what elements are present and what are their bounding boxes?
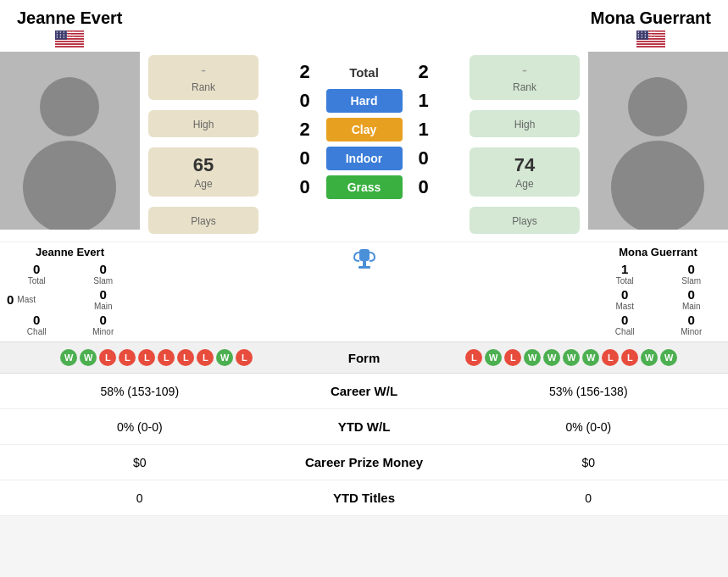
left-chall-stat: 0 Chall (7, 313, 67, 336)
left-chall-val: 0 (33, 313, 40, 327)
form-badge-l: L (621, 349, 638, 366)
left-slam-val: 0 (100, 262, 107, 276)
right-mast-stat: 0 Mast (595, 287, 655, 311)
right-player-stats: Mona Guerrant 1 Total 0 Slam 0 Mast 0 Ma… (588, 242, 728, 341)
form-badge-l: L (236, 349, 253, 366)
left-slam-label: Slam (93, 276, 113, 286)
left-stats-cards: - Rank High 65 Age Plays (140, 52, 267, 237)
form-badge-w: W (80, 349, 97, 366)
svg-point-35 (40, 77, 99, 136)
svg-rect-9 (55, 42, 84, 44)
form-badge-l: L (197, 349, 214, 366)
right-career-wl: 53% (156-138) (449, 385, 729, 398)
left-minor-val: 0 (100, 313, 107, 327)
right-ytd-wl: 0% (0-0) (449, 420, 729, 434)
grass-badge: Grass (326, 175, 403, 199)
form-badge-w: W (563, 349, 580, 366)
svg-rect-11 (55, 45, 84, 47)
form-badge-l: L (602, 349, 619, 366)
right-player-photo (588, 52, 728, 230)
ytd-wl-row: 0% (0-0) YTD W/L 0% (0-0) (0, 409, 728, 445)
clay-score-row: 2 Clay 1 (267, 118, 461, 141)
right-slam-stat: 0 Slam (662, 262, 722, 286)
left-mast-label: Mast (17, 295, 36, 304)
left-main-stat: 0 Main (74, 287, 134, 311)
right-slam-label: Slam (681, 276, 701, 286)
right-main-val: 0 (688, 287, 695, 302)
left-grass-score: 0 (292, 176, 318, 198)
form-badge-w: W (660, 349, 677, 366)
indoor-score-row: 0 Indoor 0 (267, 147, 461, 170)
right-total-stat: 1 Total (595, 262, 655, 286)
left-rank-label: Rank (157, 81, 250, 93)
form-badge-l: L (177, 349, 194, 366)
prize-row: $0 Career Prize Money $0 (0, 445, 728, 480)
left-minor-stat: 0 Minor (74, 313, 134, 336)
right-form: LWLWWWWLLWW (415, 349, 729, 366)
right-main-stat: 0 Main (662, 287, 722, 311)
left-age-value: 65 (157, 154, 250, 176)
left-form: WWLLLLLLWL (0, 349, 314, 366)
right-name-label: Mona Guerrant (619, 246, 697, 258)
right-plays-label: Plays (478, 215, 571, 227)
right-minor-val: 0 (688, 313, 695, 327)
total-score-row: 2 Total 2 (267, 60, 461, 84)
left-career-wl: 58% (153-109) (0, 385, 280, 398)
svg-rect-27 (636, 43, 665, 45)
right-prize: $0 (449, 456, 729, 469)
form-badge-w: W (60, 349, 77, 366)
form-badge-l: L (504, 349, 521, 366)
form-badge-w: W (216, 349, 233, 366)
left-age-label: Age (157, 178, 250, 190)
left-main-label: Main (94, 302, 113, 311)
svg-rect-41 (363, 261, 366, 266)
ytd-titles-label: YTD Titles (280, 491, 449, 505)
left-name-label: Jeanne Evert (36, 246, 104, 258)
left-player-stats: Jeanne Evert 0 Total 0 Slam 0 Mast 0 Mai… (0, 242, 140, 341)
ytd-titles-row: 0 YTD Titles 0 (0, 480, 728, 516)
right-age-card: 74 Age (470, 147, 580, 197)
left-total-val: 0 (33, 262, 40, 276)
right-avatar-svg (588, 52, 728, 230)
right-rank-label: Rank (478, 81, 571, 93)
form-badge-w: W (543, 349, 560, 366)
left-chall-label: Chall (27, 327, 47, 336)
left-rank-card: - Rank (148, 55, 258, 100)
svg-rect-29 (636, 46, 665, 47)
right-mast-label: Mast (615, 302, 634, 311)
right-mast-val: 0 (621, 287, 628, 302)
svg-point-36 (23, 141, 116, 230)
svg-text:★ ★ ★ ★ ★ ★: ★ ★ ★ ★ ★ ★ (637, 36, 656, 39)
right-minor-label: Minor (681, 327, 702, 336)
right-chall-stat: 0 Chall (595, 313, 655, 336)
svg-rect-10 (55, 43, 84, 45)
indoor-badge: Indoor (326, 147, 403, 170)
career-wl-label: Career W/L (280, 384, 449, 398)
form-badge-w: W (524, 349, 541, 366)
left-total-label: Total (28, 276, 46, 286)
form-badge-w: W (582, 349, 599, 366)
stats-rows: 58% (153-109) Career W/L 53% (156-138) 0… (0, 373, 728, 516)
left-plays-card: Plays (148, 207, 258, 234)
right-total-score: 2 (411, 61, 436, 83)
left-prize: $0 (0, 456, 280, 469)
right-hard-score: 1 (411, 90, 436, 112)
svg-rect-28 (636, 45, 665, 47)
left-clay-score: 2 (292, 119, 318, 141)
left-avatar-svg (0, 52, 140, 230)
right-age-label: Age (478, 178, 571, 190)
form-badge-w: W (485, 349, 502, 366)
left-high-card: High (148, 110, 258, 137)
right-minor-stat: 0 Minor (662, 313, 722, 336)
form-section: WWLLLLLLWL Form LWLWWWWLLWW (0, 341, 728, 373)
left-flag-icon: ★ ★ ★ ★ ★ ★ ★ ★ ★ ★ ★ ★ ★ ★ ★ ★ ★ (55, 31, 84, 47)
right-high-label: High (478, 119, 571, 130)
right-main-label: Main (682, 302, 701, 311)
svg-rect-40 (359, 249, 370, 261)
left-minor-label: Minor (92, 327, 114, 336)
left-main-val: 0 (100, 287, 107, 302)
hard-badge: Hard (326, 89, 403, 113)
right-indoor-score: 0 (411, 147, 436, 169)
grass-score-row: 0 Grass 0 (267, 175, 461, 199)
svg-rect-26 (636, 42, 665, 44)
